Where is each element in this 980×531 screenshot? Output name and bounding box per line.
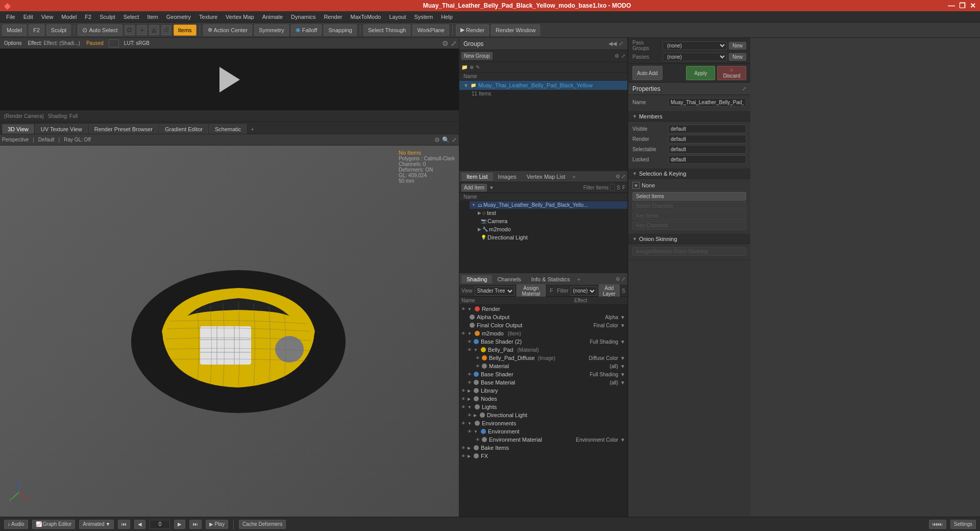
eye-icon-fx[interactable]: 👁	[461, 454, 465, 458]
eye-icon-envs[interactable]: 👁	[461, 421, 465, 426]
menu-maxtomode[interactable]: MaxToModo	[346, 14, 385, 20]
eye-icon-env[interactable]: 👁	[468, 429, 472, 434]
alpha-dropdown[interactable]: ▼	[620, 315, 625, 320]
groups-icon2[interactable]: ⊕	[470, 64, 474, 70]
nodes-expand[interactable]: ▶	[468, 397, 471, 401]
filter-f-btn[interactable]: F	[622, 185, 625, 190]
add-item-dropdown[interactable]: ▼	[489, 185, 494, 190]
shading-row-base-shader2[interactable]: 👁 Base Shader (2) Full Shading ▼	[459, 337, 627, 346]
envs-expand[interactable]: ▼	[468, 421, 472, 426]
lights-expand[interactable]: ▼	[468, 405, 472, 409]
graph-editor-btn[interactable]: 📈 Graph Editor	[32, 520, 76, 529]
add-panel-tab-btn[interactable]: +	[572, 174, 575, 180]
root-expand-icon[interactable]: ▼	[472, 203, 476, 207]
onion-triangle[interactable]: ▼	[632, 236, 637, 242]
settings-btn[interactable]: Settings	[950, 520, 976, 529]
menu-layout[interactable]: Layout	[385, 14, 410, 20]
viewport-content[interactable]: x y z No Items Polygons : Catmull-Clark …	[0, 146, 459, 517]
shading-row-final-color[interactable]: Final Color Output Final Color ▼	[459, 321, 627, 329]
restore-btn[interactable]: ❐	[959, 2, 966, 10]
m2modo-shading-expand[interactable]: ▼	[468, 331, 472, 336]
eye-icon-lights[interactable]: 👁	[461, 405, 465, 409]
shape-btn-1[interactable]: ⬡	[125, 25, 135, 35]
tab-render-preset[interactable]: Render Preset Browser	[89, 124, 158, 134]
eye-icon-dl[interactable]: 👁	[468, 413, 472, 418]
shading-row-belly-diffuse[interactable]: 👁 Belly_Pad_Diffuse (Image) Diffuse Colo…	[459, 354, 627, 362]
lib-expand[interactable]: ▶	[468, 389, 471, 393]
add-layer-btn[interactable]: Add Layer	[599, 284, 620, 298]
bm-dropdown[interactable]: ▼	[620, 380, 625, 385]
action-center-btn[interactable]: ⊕ Action Center	[203, 25, 253, 36]
tab-uv-texture[interactable]: UV Texture View	[35, 124, 88, 134]
cache-deformers-btn[interactable]: Cache Deformers	[239, 520, 286, 529]
eye-icon-mat[interactable]: 👁	[476, 364, 480, 369]
preview-settings-icon[interactable]: ⚙	[442, 39, 449, 47]
item-list-tab[interactable]: Item List	[461, 173, 493, 181]
groups-settings-icon[interactable]: ⚙	[615, 53, 619, 59]
visible-select[interactable]: default	[668, 125, 746, 133]
transport-prev-btn[interactable]: ⏮	[118, 520, 130, 529]
tab-schematic[interactable]: Schematic	[209, 124, 247, 134]
shading-row-env[interactable]: 👁 ▼ Environment	[459, 427, 627, 436]
render-controls-btn[interactable]: ⏮⏭	[929, 520, 946, 529]
tab-3d-view[interactable]: 3D View	[2, 124, 34, 134]
viewport-expand-icon[interactable]: ⤢	[452, 136, 457, 143]
audio-btn[interactable]: ♪ Audio	[4, 520, 28, 529]
eye-icon-em[interactable]: 👁	[476, 438, 480, 442]
minimize-btn[interactable]: —	[948, 2, 955, 10]
bs-dropdown[interactable]: ▼	[620, 372, 625, 377]
belly-expand[interactable]: ▼	[474, 348, 478, 352]
menu-file[interactable]: File	[2, 14, 19, 20]
play-button[interactable]	[219, 67, 240, 92]
shading-row-m2modo[interactable]: 👁 ▼ m2modo (Item)	[459, 329, 627, 337]
eye-icon-bp[interactable]: 👁	[468, 348, 472, 352]
transport-next-frame-btn[interactable]: ▶	[174, 520, 185, 529]
env-expand[interactable]: ▼	[474, 429, 478, 434]
group-item[interactable]: ▼ 📁 Muay_Thai_Leather_Belly_Pad_Black_Ye…	[459, 81, 627, 90]
menu-geometry[interactable]: Geometry	[162, 14, 195, 20]
shading-row-library[interactable]: 👁 ▶ Library	[459, 387, 627, 395]
groups-icon1[interactable]: 📁	[461, 64, 468, 70]
menu-edit[interactable]: Edit	[19, 14, 37, 20]
shape-btn-2[interactable]: ○	[137, 25, 147, 35]
lock-icon[interactable]	[109, 39, 119, 47]
passes-select[interactable]: (none)	[663, 53, 727, 61]
discard-btn[interactable]: ✕ Discard	[717, 66, 746, 80]
shape-btn-4[interactable]: ⬛	[161, 25, 172, 35]
add-shading-tab-btn[interactable]: +	[577, 276, 580, 282]
shading-row-env-material[interactable]: 👁 Environment Material Environment Color…	[459, 436, 627, 444]
f2-btn[interactable]: F2	[29, 25, 44, 36]
shading-tab-shader[interactable]: Shading	[461, 275, 492, 283]
shading-row-bake[interactable]: 👁 ▶ Bake Items	[459, 444, 627, 452]
menu-texture[interactable]: Texture	[195, 14, 222, 20]
locked-select[interactable]: default	[668, 155, 746, 164]
groups-expand-icon[interactable]: ⤢	[619, 40, 623, 47]
select-through-btn[interactable]: Select Through	[363, 25, 410, 36]
menu-dynamics[interactable]: Dynamics	[287, 14, 320, 20]
eye-icon-nodes[interactable]: 👁	[461, 397, 465, 401]
groups-icon3[interactable]: ✎	[476, 64, 480, 70]
add-item-btn[interactable]: Add Item	[461, 184, 487, 191]
dl-expand[interactable]: ▶	[474, 413, 477, 418]
groups-list[interactable]: ▼ 📁 Muay_Thai_Leather_Belly_Pad_Black_Ye…	[459, 81, 627, 171]
shading-row-base-material[interactable]: 👁 Base Material (all) ▼	[459, 378, 627, 387]
f-btn[interactable]: F	[550, 288, 553, 294]
bd-dropdown[interactable]: ▼	[620, 355, 625, 361]
item-row-camera[interactable]: 📷 Camera	[470, 217, 627, 225]
selection-triangle[interactable]: ▼	[632, 171, 637, 176]
vertex-map-tab[interactable]: Vertex Map List	[522, 173, 571, 181]
render-select[interactable]: default	[668, 135, 746, 143]
shape-btn-3[interactable]: △	[149, 25, 159, 35]
pass-groups-select[interactable]: (none)	[663, 41, 727, 50]
filter-s-btn[interactable]: S	[617, 185, 620, 190]
preview-expand-icon[interactable]: ⤢	[451, 39, 457, 47]
add-tab-btn[interactable]: +	[248, 125, 257, 134]
add-layer-s-btn[interactable]: S	[622, 288, 625, 294]
shading-row-nodes[interactable]: 👁 ▶ Nodes	[459, 395, 627, 403]
viewport-default[interactable]: Default	[38, 137, 55, 142]
item-list-settings[interactable]: ⚙	[616, 174, 620, 179]
shading-row-lights[interactable]: 👁 ▼ Lights	[459, 403, 627, 411]
menu-view[interactable]: View	[37, 14, 58, 20]
transport-next-btn[interactable]: ⏭	[189, 520, 202, 529]
bake-expand[interactable]: ▶	[468, 446, 471, 450]
